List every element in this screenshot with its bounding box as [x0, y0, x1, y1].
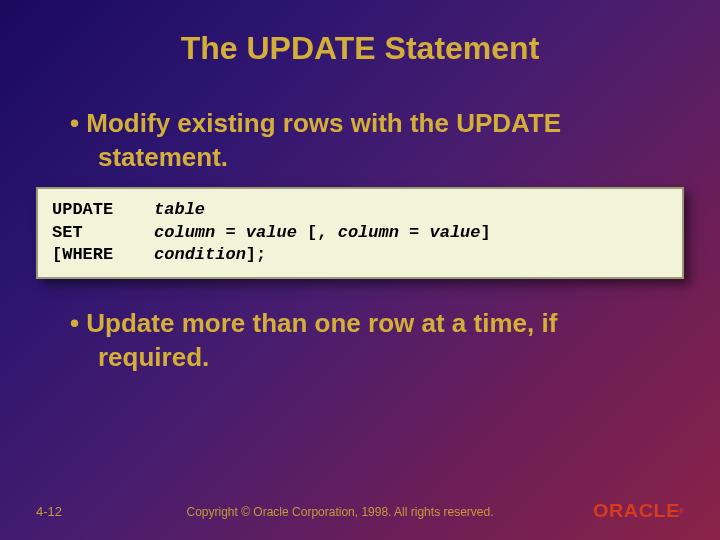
code-arg-value-2: value [430, 223, 481, 242]
bullet-2-line-2: required. [0, 341, 720, 375]
syntax-code-box: UPDATE table SET column = value [, colum… [36, 187, 684, 280]
footer: 4-12 Copyright © Oracle Corporation, 199… [0, 501, 720, 522]
code-kw-where: [WHERE [52, 245, 113, 264]
code-arg-table: table [154, 200, 205, 219]
bullet-1-line-2: statement. [0, 141, 720, 175]
code-line-2: SET column = value [, column = value] [52, 222, 668, 245]
code-terminator: ]; [246, 245, 266, 264]
copyright-text: Copyright © Oracle Corporation, 1998. Al… [116, 505, 564, 519]
oracle-logo-text: ORACLE [593, 501, 680, 522]
code-arg-value-1: value [246, 223, 297, 242]
code-bracket-close: ] [481, 223, 491, 242]
slide-title: The UPDATE Statement [0, 0, 720, 107]
code-bracket-open: [, [297, 223, 338, 242]
code-eq-2: = [399, 223, 430, 242]
code-kw-set: SET [52, 223, 83, 242]
oracle-logo: ORACLE® [564, 501, 684, 522]
code-arg-column-1: column [154, 223, 215, 242]
bullet-1-line-1: • Modify existing rows with the UPDATE [0, 107, 720, 141]
code-line-1: UPDATE table [52, 199, 668, 222]
code-line-3: [WHERE condition]; [52, 244, 668, 267]
code-arg-condition: condition [154, 245, 246, 264]
code-kw-update: UPDATE [52, 200, 113, 219]
page-number: 4-12 [36, 504, 116, 519]
code-eq-1: = [215, 223, 246, 242]
bullet-2-line-1: • Update more than one row at a time, if [0, 307, 720, 341]
code-arg-column-2: column [338, 223, 399, 242]
